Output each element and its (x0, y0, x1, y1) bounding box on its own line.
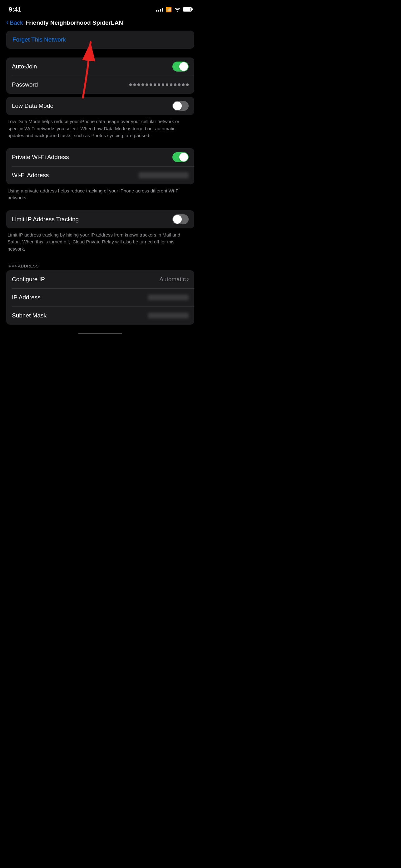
limit-ip-tracking-description: Limit IP address tracking by hiding your… (6, 228, 194, 258)
private-wifi-card: Private Wi-Fi Address Wi-Fi Address (6, 148, 194, 184)
ip-address-row: IP Address (6, 288, 194, 307)
limit-ip-tracking-card: Limit IP Address Tracking (6, 210, 194, 228)
low-data-mode-row: Low Data Mode (6, 97, 194, 115)
ipv4-section: IPV4 ADDRESS Configure IP Automatic › IP… (6, 261, 194, 324)
ipv4-card: Configure IP Automatic › IP Address Subn… (6, 270, 194, 324)
page-title: Friendly Neighborhood SpiderLAN (26, 19, 123, 26)
battery-icon (183, 7, 192, 11)
private-wifi-label: Private Wi-Fi Address (12, 154, 69, 161)
configure-ip-label: Configure IP (12, 276, 45, 283)
auto-join-row: Auto-Join (6, 58, 194, 75)
limit-ip-tracking-row: Limit IP Address Tracking (6, 210, 194, 228)
subnet-mask-label: Subnet Mask (12, 312, 46, 319)
low-data-mode-description: Low Data Mode helps reduce your iPhone d… (6, 115, 194, 145)
subnet-mask-row: Subnet Mask (6, 307, 194, 324)
low-data-mode-card: Low Data Mode (6, 97, 194, 115)
configure-ip-text: Automatic (159, 276, 186, 283)
wifi-address-row: Wi-Fi Address (6, 166, 194, 184)
limit-ip-tracking-section: Limit IP Address Tracking Limit IP addre… (6, 210, 194, 258)
nav-header: ‹ Back Friendly Neighborhood SpiderLAN (0, 17, 201, 31)
limit-ip-tracking-label: Limit IP Address Tracking (12, 216, 79, 223)
toggle-thumb (173, 215, 182, 224)
low-data-mode-toggle[interactable] (172, 101, 189, 111)
low-data-mode-section: Low Data Mode Low Data Mode helps reduce… (6, 97, 194, 145)
ip-address-label: IP Address (12, 294, 41, 301)
ipv4-section-header: IPV4 ADDRESS (6, 261, 194, 270)
configure-ip-row[interactable]: Configure IP Automatic › (6, 270, 194, 288)
back-chevron-icon: ‹ (6, 19, 8, 26)
private-wifi-row: Private Wi-Fi Address (6, 148, 194, 166)
chevron-right-icon: › (187, 277, 189, 282)
private-wifi-toggle[interactable] (172, 152, 189, 162)
password-row[interactable]: Password (6, 75, 194, 94)
signal-bars-icon (156, 7, 163, 11)
private-wifi-description: Using a private address helps reduce tra… (6, 184, 194, 207)
home-indicator (0, 328, 201, 337)
auto-join-password-card: Auto-Join Password (6, 58, 194, 94)
status-icons: 📶 (156, 6, 192, 12)
limit-ip-tracking-toggle[interactable] (172, 214, 189, 224)
subnet-mask-value (148, 313, 189, 318)
forget-network-label: Forget This Network (12, 36, 66, 43)
back-button[interactable]: ‹ Back (6, 19, 23, 26)
home-bar (78, 333, 122, 334)
toggle-thumb (173, 101, 182, 110)
toggle-thumb (179, 153, 188, 161)
wifi-address-label: Wi-Fi Address (12, 172, 49, 179)
ip-address-value (148, 294, 189, 300)
auto-join-label: Auto-Join (12, 63, 37, 70)
auto-join-password-section: Auto-Join Password (6, 58, 194, 94)
private-wifi-section: Private Wi-Fi Address Wi-Fi Address Usin… (6, 148, 194, 207)
low-data-mode-label: Low Data Mode (12, 102, 54, 110)
wifi-address-value (139, 172, 189, 178)
wifi-icon: 📶 (166, 6, 172, 12)
password-label: Password (12, 81, 38, 88)
wifi-icon (174, 7, 180, 11)
back-label: Back (10, 19, 23, 26)
forget-network-button[interactable]: Forget This Network (6, 31, 194, 49)
auto-join-toggle[interactable] (172, 62, 189, 71)
configure-ip-value: Automatic › (159, 276, 189, 283)
content-area: Forget This Network Auto-Join Password (0, 31, 201, 324)
toggle-thumb (179, 62, 188, 71)
status-time: 9:41 (9, 6, 21, 13)
password-dots (129, 84, 189, 86)
status-bar: 9:41 📶 (0, 0, 201, 17)
